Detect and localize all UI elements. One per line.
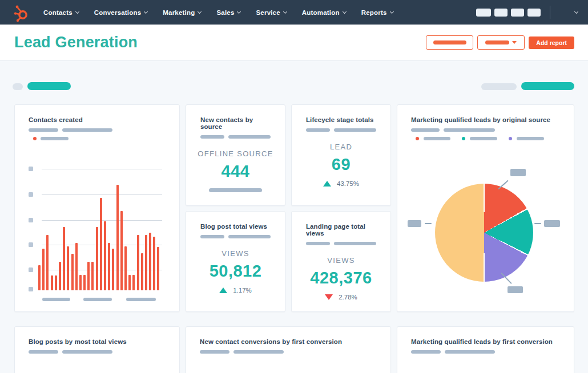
placeholder-pill	[62, 350, 112, 354]
placeholder-pill	[411, 128, 440, 132]
stat-body: LEAD 69 43.75%	[292, 132, 390, 187]
y-axis-tick-placeholder	[29, 242, 33, 247]
delta-row: 1.17%	[219, 287, 252, 294]
legend-label-placeholder	[424, 137, 450, 140]
pie-callout-label-placeholder	[544, 220, 560, 227]
card-title: New contact conversions by first convers…	[200, 338, 377, 345]
card-subtitle-placeholder	[200, 235, 271, 238]
pie-callout-line	[534, 223, 541, 224]
nav-item-label: Service	[256, 9, 280, 16]
stat-label: OFFLINE SOURCE	[198, 149, 273, 158]
placeholder-pill	[444, 128, 495, 132]
placeholder-pill	[200, 235, 224, 238]
view-option-placeholder[interactable]	[481, 83, 517, 90]
dashboard-action-button-1[interactable]	[426, 35, 473, 50]
card-title: Blog post total views	[200, 223, 271, 230]
placeholder-pill	[306, 242, 330, 245]
card-new-contacts-by-source: New contacts by source OFFLINE SOURCE 44…	[186, 104, 285, 206]
nav-item-reports[interactable]: Reports	[361, 9, 393, 16]
pie-callout-label-placeholder	[510, 169, 526, 176]
filter-toggle-placeholder[interactable]	[13, 83, 23, 90]
nav-item-conversations[interactable]: Conversations	[94, 9, 147, 16]
nav-item-automation[interactable]: Automation	[302, 9, 346, 16]
bar	[38, 265, 41, 290]
stat-value: 428,376	[310, 269, 372, 287]
date-filter-placeholder[interactable]	[27, 82, 71, 90]
bar	[157, 247, 159, 290]
stat-body: VIEWS 50,812 1.17%	[186, 238, 285, 294]
card-subtitle-placeholder	[306, 128, 376, 132]
nav-tool-icon-placeholder-4[interactable]	[527, 9, 541, 17]
nav-item-sales[interactable]: Sales	[216, 9, 240, 16]
y-axis-tick-placeholder	[29, 287, 33, 291]
card-subtitle-placeholder	[200, 350, 377, 354]
bar	[55, 275, 57, 290]
account-menu[interactable]	[557, 12, 580, 13]
nav-divider	[550, 6, 550, 19]
y-axis-tick-placeholder	[29, 218, 33, 222]
arrow-up-icon	[323, 181, 331, 186]
placeholder-pill	[445, 350, 495, 354]
pie-graphic	[435, 184, 533, 282]
stat-label: VIEWS	[221, 249, 249, 258]
card-subtitle-placeholder	[29, 128, 166, 132]
card-blog-posts-by-most-total-views: Blog posts by most total views	[14, 326, 180, 373]
bar	[63, 227, 65, 290]
card-subtitle-placeholder	[411, 350, 560, 354]
bar	[67, 246, 69, 290]
legend-dot-icon	[416, 137, 419, 140]
bar	[149, 233, 151, 290]
placeholder-pill	[233, 350, 284, 354]
nav-tool-icon-placeholder-3[interactable]	[511, 9, 524, 17]
bar	[108, 243, 110, 290]
bar	[112, 249, 114, 290]
bar	[153, 237, 155, 290]
placeholder-pill	[62, 128, 112, 132]
x-axis-label-placeholder	[42, 298, 70, 301]
stat-label: VIEWS	[327, 256, 355, 265]
stat-footer-placeholder	[209, 188, 262, 192]
bar	[87, 262, 90, 290]
placeholder-pill	[306, 128, 330, 132]
stat-value: 50,812	[210, 262, 262, 281]
gridline	[42, 169, 162, 169]
card-title: Blog posts by most total views	[29, 338, 166, 345]
nav-item-contacts[interactable]: Contacts	[43, 9, 79, 16]
bar	[51, 275, 53, 290]
chevron-down-icon	[198, 9, 202, 13]
dashboard-action-dropdown[interactable]	[477, 35, 525, 50]
pie-callout-label-placeholder	[408, 220, 421, 227]
nav-item-label: Automation	[302, 9, 340, 16]
pie-callout-line	[425, 223, 432, 224]
delta-percent: 43.75%	[337, 180, 359, 187]
primary-filter-placeholder[interactable]	[521, 82, 574, 90]
card-landing-page-total-views: Landing page total views VIEWS 428,376 2…	[291, 211, 391, 312]
placeholder-pill	[200, 135, 224, 139]
card-mql-by-first-conversion: Marketing qualified leads by first conve…	[397, 326, 574, 373]
card-title: Contacts created	[29, 116, 166, 123]
card-subtitle-placeholder	[29, 350, 166, 354]
x-axis-label-placeholder	[83, 298, 112, 301]
delta-row: 2.78%	[325, 294, 357, 301]
hubspot-logo-icon[interactable]	[11, 3, 31, 22]
bar	[104, 221, 106, 290]
card-title: Landing page total views	[306, 223, 376, 237]
nav-item-service[interactable]: Service	[256, 9, 286, 16]
arrow-down-icon	[325, 294, 333, 300]
chevron-down-icon	[283, 9, 287, 13]
chevron-down-icon	[144, 9, 148, 13]
nav-tool-icon-placeholder-2[interactable]	[494, 9, 508, 17]
nav-item-label: Reports	[361, 9, 387, 16]
stat-label: LEAD	[330, 143, 352, 151]
bar	[100, 198, 102, 290]
bar	[46, 235, 49, 290]
page-title: Lead Generation	[14, 34, 138, 51]
card-mql-by-original-source: Marketing qualified leads by original so…	[397, 104, 574, 312]
bar	[71, 254, 74, 290]
top-navigation-bar: ContactsConversationsMarketingSalesServi…	[0, 0, 588, 25]
add-report-button[interactable]: Add report	[529, 37, 574, 49]
nav-item-marketing[interactable]: Marketing	[163, 9, 201, 16]
card-contacts-created: Contacts created	[14, 104, 180, 312]
nav-tool-icon-placeholder-1[interactable]	[476, 9, 491, 17]
button-label-placeholder	[485, 40, 509, 44]
